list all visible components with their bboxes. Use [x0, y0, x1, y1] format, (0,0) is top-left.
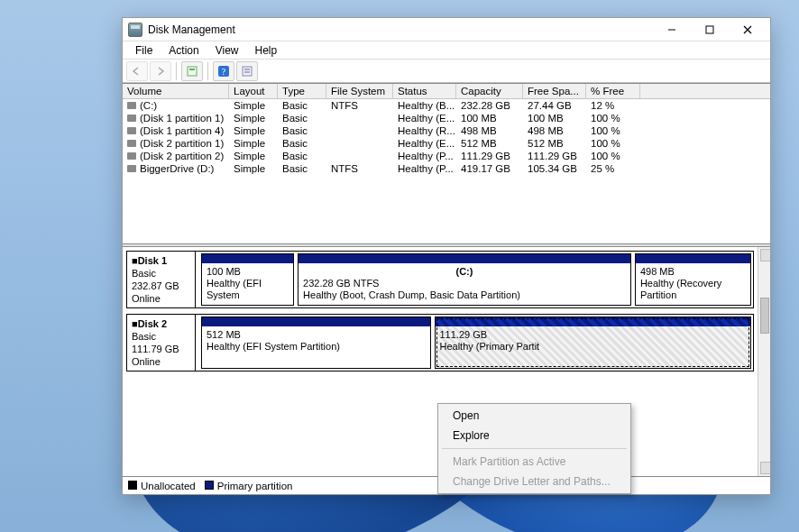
legend-unallocated: Unallocated	[128, 481, 196, 491]
svg-rect-4	[188, 67, 197, 76]
volume-rows[interactable]: (C:)SimpleBasicNTFSHealthy (B...232.28 G…	[123, 99, 770, 243]
col-type[interactable]: Type	[278, 84, 326, 98]
svg-text:?: ?	[222, 67, 226, 77]
forward-button[interactable]	[150, 61, 171, 81]
volume-row[interactable]: (Disk 2 partition 2)SimpleBasicHealthy (…	[123, 150, 770, 162]
context-item: Change Drive Letter and Paths...	[440, 472, 629, 491]
app-icon	[128, 23, 142, 37]
menubar: File Action View Help	[123, 41, 770, 60]
volume-row[interactable]: (Disk 1 partition 4)SimpleBasicHealthy (…	[123, 124, 770, 137]
partition-context-menu[interactable]: OpenExploreMark Partition as ActiveChang…	[437, 403, 631, 494]
volume-row[interactable]: (Disk 1 partition 1)SimpleBasicHealthy (…	[123, 112, 770, 124]
context-item[interactable]: Explore	[440, 426, 629, 445]
volume-icon	[127, 102, 136, 109]
volume-icon	[127, 140, 136, 147]
partition[interactable]: 111.29 GBHealthy (Primary Partit	[435, 316, 752, 369]
context-item[interactable]: Open	[440, 406, 629, 426]
partition[interactable]: (C:)232.28 GB NTFSHealthy (Boot, Crash D…	[298, 253, 631, 306]
volume-row[interactable]: (C:)SimpleBasicNTFSHealthy (B...232.28 G…	[123, 99, 770, 112]
col-pct[interactable]: % Free	[586, 84, 640, 98]
window-title: Disk Management	[148, 23, 653, 36]
help-button[interactable]: ?	[213, 61, 234, 81]
back-button[interactable]	[126, 61, 148, 81]
properties-button[interactable]	[236, 61, 258, 81]
menu-action[interactable]: Action	[161, 43, 206, 58]
legend-primary: Primary partition	[205, 481, 293, 491]
volume-icon	[127, 165, 136, 172]
refresh-button[interactable]	[181, 61, 203, 81]
partition[interactable]: 100 MBHealthy (EFI System	[201, 253, 294, 306]
volume-list-pane: Volume Layout Type File System Status Ca…	[123, 84, 770, 243]
svg-rect-1	[706, 26, 713, 33]
maximize-button[interactable]	[691, 19, 729, 41]
menu-view[interactable]: View	[208, 43, 246, 58]
volume-row[interactable]: (Disk 2 partition 1)SimpleBasicHealthy (…	[123, 137, 770, 150]
partition[interactable]: 512 MBHealthy (EFI System Partition)	[201, 316, 431, 369]
volume-icon	[127, 152, 136, 160]
minimize-button[interactable]	[653, 19, 691, 41]
col-capacity[interactable]: Capacity	[456, 84, 523, 98]
disk-row: ■Disk 2Basic111.79 GBOnline512 MBHealthy…	[126, 314, 754, 371]
col-fs[interactable]: File System	[326, 84, 393, 98]
disk-label[interactable]: ■Disk 2Basic111.79 GBOnline	[127, 315, 196, 371]
context-item: Mark Partition as Active	[440, 452, 629, 472]
volume-icon	[127, 127, 136, 134]
svg-rect-8	[243, 67, 252, 76]
col-layout[interactable]: Layout	[229, 84, 278, 98]
context-separator	[442, 448, 627, 449]
volume-columns: Volume Layout Type File System Status Ca…	[123, 84, 770, 99]
partition[interactable]: 498 MBHealthy (Recovery Partition	[635, 253, 751, 306]
titlebar[interactable]: Disk Management	[123, 18, 770, 41]
col-free[interactable]: Free Spa...	[523, 84, 586, 98]
svg-rect-5	[189, 69, 195, 70]
menu-help[interactable]: Help	[248, 43, 285, 58]
close-button[interactable]	[729, 19, 767, 41]
disk-label[interactable]: ■Disk 1Basic232.87 GBOnline	[127, 252, 196, 307]
scroll-thumb[interactable]	[760, 298, 769, 334]
volume-icon	[127, 115, 136, 122]
toolbar: ?	[123, 60, 770, 83]
menu-file[interactable]: File	[128, 43, 160, 58]
disk-scrollbar[interactable]	[758, 247, 770, 476]
disk-row: ■Disk 1Basic232.87 GBOnline100 MBHealthy…	[126, 251, 754, 308]
col-volume[interactable]: Volume	[123, 84, 229, 98]
col-status[interactable]: Status	[393, 84, 456, 98]
volume-row[interactable]: BiggerDrive (D:)SimpleBasicNTFSHealthy (…	[123, 162, 770, 175]
